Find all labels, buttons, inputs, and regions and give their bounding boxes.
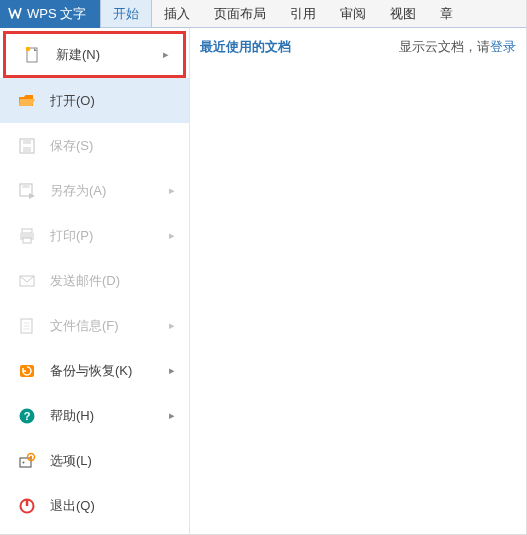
chevron-right-icon: ▸	[169, 184, 175, 197]
svg-point-21	[30, 455, 32, 457]
backup-icon	[18, 362, 36, 380]
tab-label: 视图	[390, 5, 416, 23]
menu-saveas-label: 另存为(A)	[50, 182, 106, 200]
svg-rect-3	[23, 139, 31, 144]
tab-label: 页面布局	[214, 5, 266, 23]
menu-send[interactable]: 发送邮件(D)	[0, 258, 189, 303]
svg-point-1	[26, 46, 31, 51]
tab-label: 章	[440, 5, 453, 23]
app-brand[interactable]: WPS 文字	[0, 0, 100, 28]
tab-insert[interactable]: 插入	[152, 0, 202, 27]
mail-icon	[18, 272, 36, 290]
recent-docs-title: 最近使用的文档	[200, 38, 291, 535]
menu-backup-label: 备份与恢复(K)	[50, 362, 132, 380]
svg-rect-6	[23, 184, 30, 188]
menu-backup[interactable]: 备份与恢复(K) ▸	[0, 348, 189, 393]
menu-exit-label: 退出(Q)	[50, 497, 95, 515]
tab-label: 审阅	[340, 5, 366, 23]
svg-rect-9	[23, 238, 31, 243]
menu-new[interactable]: 新建(N) ▸	[3, 31, 186, 78]
tab-label: 插入	[164, 5, 190, 23]
tab-label: 引用	[290, 5, 316, 23]
menu-info-label: 文件信息(F)	[50, 317, 119, 335]
chevron-right-icon: ▸	[169, 319, 175, 332]
login-link[interactable]: 登录	[490, 39, 516, 54]
tab-start[interactable]: 开始	[100, 0, 152, 27]
file-info-icon	[18, 317, 36, 335]
tab-review[interactable]: 审阅	[328, 0, 378, 27]
svg-rect-4	[23, 147, 31, 152]
menu-saveas[interactable]: 另存为(A) ▸	[0, 168, 189, 213]
menu-options-label: 选项(L)	[50, 452, 92, 470]
app-name: WPS 文字	[27, 5, 86, 23]
save-icon	[18, 137, 36, 155]
menu-new-label: 新建(N)	[56, 46, 100, 64]
open-folder-icon	[18, 92, 36, 110]
svg-rect-7	[22, 229, 32, 233]
options-icon	[18, 452, 36, 470]
cloud-prefix: 显示云文档，请	[399, 39, 490, 54]
exit-icon	[18, 497, 36, 515]
saveas-icon	[18, 182, 36, 200]
menu-help-label: 帮助(H)	[50, 407, 94, 425]
chevron-right-icon: ▸	[169, 229, 175, 242]
chevron-right-icon: ▸	[169, 409, 175, 422]
titlebar: WPS 文字 开始 插入 页面布局 引用 审阅 视图 章	[0, 0, 526, 28]
menu-send-label: 发送邮件(D)	[50, 272, 120, 290]
file-menu-sidebar: 新建(N) ▸ 打开(O) 保存(S) 另存为(A) ▸	[0, 28, 190, 535]
tab-reference[interactable]: 引用	[278, 0, 328, 27]
chevron-right-icon: ▸	[163, 48, 169, 61]
new-file-icon	[24, 46, 42, 64]
tab-label: 开始	[113, 5, 139, 23]
tab-chapter[interactable]: 章	[428, 0, 465, 27]
print-icon	[18, 227, 36, 245]
menu-print[interactable]: 打印(P) ▸	[0, 213, 189, 258]
help-icon: ?	[18, 407, 36, 425]
menu-exit[interactable]: 退出(Q)	[0, 483, 189, 528]
app-logo-icon	[8, 6, 22, 23]
menu-open-label: 打开(O)	[50, 92, 95, 110]
menu-print-label: 打印(P)	[50, 227, 93, 245]
main: 新建(N) ▸ 打开(O) 保存(S) 另存为(A) ▸	[0, 28, 526, 535]
content-area: 最近使用的文档 显示云文档，请登录	[190, 28, 526, 535]
menu-options[interactable]: 选项(L)	[0, 438, 189, 483]
tab-layout[interactable]: 页面布局	[202, 0, 278, 27]
menu-help[interactable]: ? 帮助(H) ▸	[0, 393, 189, 438]
svg-point-19	[23, 461, 25, 463]
menu-save[interactable]: 保存(S)	[0, 123, 189, 168]
ribbon-tabs: 开始 插入 页面布局 引用 审阅 视图 章	[100, 0, 465, 27]
menu-open[interactable]: 打开(O)	[0, 78, 189, 123]
chevron-right-icon: ▸	[169, 364, 175, 377]
menu-info[interactable]: 文件信息(F) ▸	[0, 303, 189, 348]
svg-text:?: ?	[24, 410, 31, 422]
cloud-docs-text: 显示云文档，请登录	[399, 38, 516, 535]
menu-save-label: 保存(S)	[50, 137, 93, 155]
tab-view[interactable]: 视图	[378, 0, 428, 27]
